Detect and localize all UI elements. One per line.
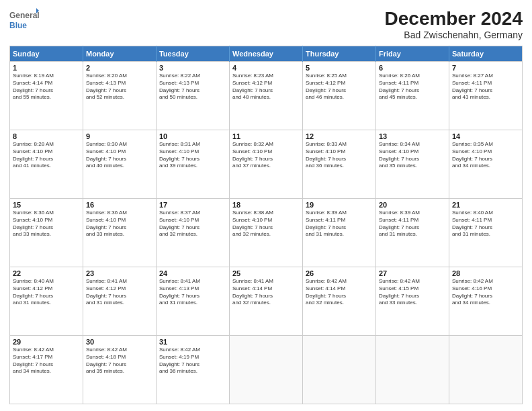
cell-text-line: Sunrise: 8:42 AM bbox=[159, 347, 226, 354]
cell-text-line: Sunset: 4:16 PM bbox=[452, 285, 519, 293]
cell-text-line: Daylight: 7 hours bbox=[86, 156, 153, 163]
calendar-cell: 26Sunrise: 8:42 AMSunset: 4:14 PMDayligh… bbox=[302, 267, 375, 336]
cell-text-line: Sunset: 4:10 PM bbox=[232, 217, 300, 224]
cell-text-line: Daylight: 7 hours bbox=[159, 87, 226, 95]
day-number: 25 bbox=[232, 269, 300, 277]
header-sunday: Sunday bbox=[10, 46, 83, 62]
calendar-week-w4: 22Sunrise: 8:40 AMSunset: 4:12 PMDayligh… bbox=[10, 267, 523, 336]
cell-text-line: Sunset: 4:10 PM bbox=[306, 148, 373, 156]
cell-text-line: Sunrise: 8:32 AM bbox=[232, 141, 300, 148]
logo: General Blue bbox=[9, 8, 39, 32]
cell-text-line: Sunset: 4:19 PM bbox=[159, 354, 226, 361]
calendar-cell bbox=[449, 336, 522, 404]
cell-text-line: Sunset: 4:10 PM bbox=[13, 217, 80, 224]
calendar-cell: 24Sunrise: 8:41 AMSunset: 4:13 PMDayligh… bbox=[156, 267, 229, 336]
day-number: 3 bbox=[159, 64, 226, 72]
calendar-cell: 12Sunrise: 8:33 AMSunset: 4:10 PMDayligh… bbox=[302, 130, 375, 199]
day-number: 1 bbox=[13, 64, 80, 72]
cell-text-line: Sunrise: 8:40 AM bbox=[13, 278, 80, 285]
calendar-cell bbox=[302, 336, 375, 404]
cell-text-line: Daylight: 7 hours bbox=[13, 224, 80, 232]
cell-text-line: Sunrise: 8:20 AM bbox=[86, 73, 153, 80]
cell-text-line: Daylight: 7 hours bbox=[13, 156, 80, 163]
day-number: 9 bbox=[86, 132, 153, 140]
cell-text-line: Sunset: 4:11 PM bbox=[379, 80, 446, 87]
cell-text-line: Sunset: 4:18 PM bbox=[86, 354, 153, 361]
cell-text-line: Sunrise: 8:39 AM bbox=[379, 210, 446, 217]
svg-text:General: General bbox=[9, 11, 39, 20]
day-number: 27 bbox=[379, 269, 446, 277]
day-number: 7 bbox=[452, 64, 519, 72]
day-number: 24 bbox=[159, 269, 226, 277]
cell-text-line: and 32 minutes. bbox=[159, 231, 226, 238]
cell-text-line: Daylight: 7 hours bbox=[379, 156, 446, 163]
cell-text-line: Sunrise: 8:42 AM bbox=[452, 278, 519, 285]
cell-text-line: Daylight: 7 hours bbox=[306, 224, 373, 232]
cell-text-line: Sunset: 4:13 PM bbox=[159, 285, 226, 293]
header-monday: Monday bbox=[83, 46, 156, 62]
calendar-cell: 18Sunrise: 8:38 AMSunset: 4:10 PMDayligh… bbox=[229, 199, 302, 267]
day-number: 30 bbox=[86, 338, 153, 346]
calendar-cell: 9Sunrise: 8:30 AMSunset: 4:10 PMDaylight… bbox=[83, 130, 156, 199]
cell-text-line: Sunrise: 8:25 AM bbox=[306, 73, 373, 80]
cell-text-line: Daylight: 7 hours bbox=[86, 293, 153, 300]
cell-text-line: Sunrise: 8:38 AM bbox=[232, 210, 300, 217]
calendar-table: Sunday Monday Tuesday Wednesday Thursday… bbox=[9, 46, 523, 404]
calendar-cell: 28Sunrise: 8:42 AMSunset: 4:16 PMDayligh… bbox=[449, 267, 522, 336]
cell-text-line: and 33 minutes. bbox=[379, 300, 446, 307]
calendar-cell: 15Sunrise: 8:36 AMSunset: 4:10 PMDayligh… bbox=[10, 199, 83, 267]
header-tuesday: Tuesday bbox=[156, 46, 229, 62]
cell-text-line: and 36 minutes. bbox=[306, 163, 373, 170]
cell-text-line: and 48 minutes. bbox=[232, 94, 300, 101]
cell-text-line: Daylight: 7 hours bbox=[159, 361, 226, 369]
cell-text-line: Sunset: 4:10 PM bbox=[232, 148, 300, 156]
cell-text-line: Sunrise: 8:30 AM bbox=[86, 141, 153, 148]
cell-text-line: Sunrise: 8:41 AM bbox=[159, 278, 226, 285]
day-number: 21 bbox=[452, 201, 519, 209]
cell-text-line: and 41 minutes. bbox=[13, 163, 80, 170]
cell-text-line: Sunset: 4:11 PM bbox=[379, 217, 446, 224]
cell-text-line: Daylight: 7 hours bbox=[232, 87, 300, 95]
cell-text-line: and 36 minutes. bbox=[159, 368, 226, 375]
day-number: 8 bbox=[13, 132, 80, 140]
cell-text-line: Sunset: 4:15 PM bbox=[379, 285, 446, 293]
cell-text-line: and 31 minutes. bbox=[13, 300, 80, 307]
day-number: 12 bbox=[306, 132, 373, 140]
calendar-cell: 27Sunrise: 8:42 AMSunset: 4:15 PMDayligh… bbox=[375, 267, 449, 336]
header-saturday: Saturday bbox=[449, 46, 522, 62]
cell-text-line: and 33 minutes. bbox=[86, 231, 153, 238]
calendar-cell: 1Sunrise: 8:19 AMSunset: 4:14 PMDaylight… bbox=[10, 62, 83, 130]
cell-text-line: Sunset: 4:10 PM bbox=[159, 148, 226, 156]
calendar-cell: 11Sunrise: 8:32 AMSunset: 4:10 PMDayligh… bbox=[229, 130, 302, 199]
cell-text-line: Sunrise: 8:42 AM bbox=[13, 347, 80, 354]
cell-text-line: Sunset: 4:12 PM bbox=[232, 80, 300, 87]
calendar-cell: 13Sunrise: 8:34 AMSunset: 4:10 PMDayligh… bbox=[375, 130, 449, 199]
cell-text-line: Sunrise: 8:42 AM bbox=[306, 278, 373, 285]
cell-text-line: Daylight: 7 hours bbox=[13, 87, 80, 95]
cell-text-line: Sunrise: 8:22 AM bbox=[159, 73, 226, 80]
cell-text-line: and 39 minutes. bbox=[159, 163, 226, 170]
cell-text-line: Sunrise: 8:34 AM bbox=[379, 141, 446, 148]
cell-text-line: and 37 minutes. bbox=[232, 163, 300, 170]
cell-text-line: and 35 minutes. bbox=[379, 163, 446, 170]
cell-text-line: Daylight: 7 hours bbox=[13, 293, 80, 300]
cell-text-line: Sunrise: 8:35 AM bbox=[452, 141, 519, 148]
logo-graphic: General Blue bbox=[9, 8, 39, 32]
calendar-cell: 23Sunrise: 8:41 AMSunset: 4:12 PMDayligh… bbox=[83, 267, 156, 336]
logo-container: General Blue bbox=[9, 8, 39, 32]
cell-text-line: Sunset: 4:13 PM bbox=[86, 80, 153, 87]
location-subtitle: Bad Zwischenahn, Germany bbox=[385, 30, 523, 40]
cell-text-line: and 31 minutes. bbox=[306, 231, 373, 238]
day-number: 10 bbox=[159, 132, 226, 140]
header: General Blue December 2024 Bad Zwischena… bbox=[9, 8, 523, 40]
calendar-week-w1: 1Sunrise: 8:19 AMSunset: 4:14 PMDaylight… bbox=[10, 62, 523, 130]
calendar-cell: 10Sunrise: 8:31 AMSunset: 4:10 PMDayligh… bbox=[156, 130, 229, 199]
cell-text-line: and 34 minutes. bbox=[13, 368, 80, 375]
day-number: 29 bbox=[13, 338, 80, 346]
calendar-cell: 8Sunrise: 8:28 AMSunset: 4:10 PMDaylight… bbox=[10, 130, 83, 199]
cell-text-line: and 31 minutes. bbox=[159, 300, 226, 307]
cell-text-line: Sunrise: 8:33 AM bbox=[306, 141, 373, 148]
cell-text-line: Sunrise: 8:41 AM bbox=[86, 278, 153, 285]
cell-text-line: Sunrise: 8:40 AM bbox=[452, 210, 519, 217]
cell-text-line: and 31 minutes. bbox=[86, 300, 153, 307]
